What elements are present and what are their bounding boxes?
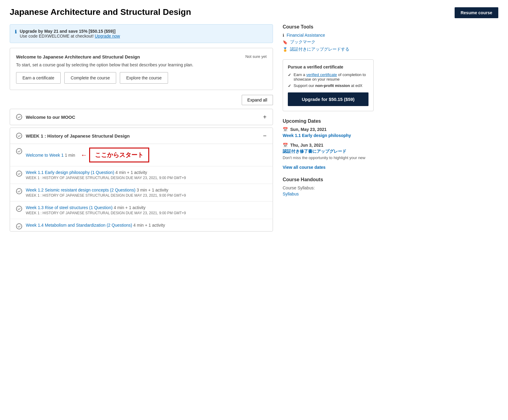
earn-certificate-button[interactable]: Earn a certificate <box>16 72 61 84</box>
medal-tool-icon: 🏅 <box>283 47 288 52</box>
cert-checklist: ✓ Earn a verified certificate of complet… <box>288 72 368 88</box>
calendar-icon-2: 📅 <box>283 143 288 148</box>
tool-financial-assistance: ℹ Financial Assistance <box>283 33 374 38</box>
item-title-week1-2[interactable]: Week 1.2 Seismic resistant design concep… <box>26 188 267 192</box>
item-title-week1-1[interactable]: Week 1.1 Early design philosophy (1 Ques… <box>26 170 267 175</box>
section-welcome-mooc-header[interactable]: Welcome to our MOOC + <box>10 109 273 125</box>
upgrade-for-button[interactable]: Upgrade for $50.15 ($59) <box>288 92 368 106</box>
resume-course-button[interactable]: Resume course <box>455 7 498 18</box>
sidebar-course-tools: Course Tools ℹ Financial Assistance 🔖 ブッ… <box>283 24 374 52</box>
cert-checklist-item-1: ✓ Earn a verified certificate of complet… <box>288 72 368 82</box>
welcome-card-header: Welcome to Japanese Architecture and Str… <box>16 54 267 59</box>
expand-all-button[interactable]: Expand all <box>242 95 273 105</box>
handout-label: Course Syllabus: <box>283 185 374 190</box>
section-week1-toggle-icon: − <box>263 133 267 139</box>
tool-upgrade-cert: 🏅 認証付きにアップグレードする <box>283 47 374 52</box>
financial-assistance-link[interactable]: Financial Assistance <box>287 33 325 38</box>
checkmark-icon-2: ✓ <box>288 84 291 88</box>
welcome-card-title: Welcome to Japanese Architecture and Str… <box>16 54 140 59</box>
section-welcome-mooc: Welcome to our MOOC + <box>10 109 273 125</box>
upcoming-date-link-1[interactable]: Week 1.1 Early design philosophy <box>283 133 374 138</box>
upcoming-date-item-1: 📅 Sun, May 23, 2021 Week 1.1 Early desig… <box>283 127 374 138</box>
upgrade-cert-link[interactable]: 認証付きにアップグレードする <box>290 47 349 52</box>
section-week1-title: WEEK 1 : History of Japanese Structural … <box>26 133 130 138</box>
info-icon: ℹ <box>15 29 17 35</box>
item-meta: 1 min <box>65 153 75 158</box>
course-item-week1-3: Week 1.3 Rise of steel structures (1 Que… <box>10 202 273 219</box>
course-item-week1-2: Week 1.2 Seismic resistant design concep… <box>10 184 273 202</box>
info-tool-icon: ℹ <box>283 33 284 38</box>
item-check-icon <box>16 223 22 229</box>
calendar-icon-1: 📅 <box>283 127 288 132</box>
sidebar: Course Tools ℹ Financial Assistance 🔖 ブッ… <box>283 24 374 234</box>
view-all-dates-link[interactable]: View all course dates <box>283 165 374 170</box>
section-title: Welcome to our MOOC <box>26 115 75 120</box>
main-content: ℹ Upgrade by May 21 and save 15% [$50.15… <box>10 24 273 234</box>
certificate-card: Pursue a verified certificate ✓ Earn a v… <box>283 59 374 111</box>
complete-course-button[interactable]: Complete the course <box>64 72 116 84</box>
section-toggle-icon: + <box>263 114 267 120</box>
sidebar-handouts: Course Handouts Course Syllabus: Syllabu… <box>283 177 374 196</box>
non-profit-text: non-profit mission <box>315 83 350 88</box>
checkmark-icon-1: ✓ <box>288 73 291 77</box>
item-title-welcome-week1[interactable]: Welcome to Week 1 1 min <box>26 153 75 158</box>
section-week1-header[interactable]: WEEK 1 : History of Japanese Structural … <box>10 128 273 144</box>
item-meta-1: 4 min + 1 activity <box>115 170 147 175</box>
item-meta-4: 4 min + 1 activity <box>133 223 165 228</box>
upcoming-dates-title: Upcoming Dates <box>283 118 374 124</box>
section-week1-header-left: WEEK 1 : History of Japanese Structural … <box>16 133 130 139</box>
course-item-week1-1: Week 1.1 Early design philosophy (1 Ques… <box>10 166 273 184</box>
upcoming-date-desc-2: Don't miss the opportunity to highlight … <box>283 155 374 160</box>
item-meta-2: 3 min + 1 activity <box>136 188 168 192</box>
item-meta-3: 4 min + 1 activity <box>114 205 146 210</box>
course-tools-list: ℹ Financial Assistance 🔖 ブックマーク 🏅 認証付きにア… <box>283 33 374 52</box>
bookmark-tool-icon: 🔖 <box>283 40 288 45</box>
explore-course-button[interactable]: Explore the course <box>120 72 168 84</box>
cert-item-text-2: Support our non-profit mission at edX <box>294 83 362 88</box>
item-due-3: WEEK 1 : History of Japanese Structural … <box>26 211 267 215</box>
course-tools-title: Course Tools <box>283 24 374 30</box>
section-check-circle <box>16 114 22 120</box>
sidebar-upcoming-dates: Upcoming Dates 📅 Sun, May 23, 2021 Week … <box>283 118 374 170</box>
item-title-week1-4[interactable]: Week 1.4 Metabolism and Standardization … <box>26 223 267 228</box>
item-title-week1-3[interactable]: Week 1.3 Rise of steel structures (1 Que… <box>26 205 267 210</box>
section-week1-check-circle <box>16 133 22 139</box>
upcoming-date-header-1: 📅 Sun, May 23, 2021 <box>283 127 374 132</box>
item-check-icon <box>16 188 22 194</box>
upcoming-date-item-2: 📅 Thu, Jun 3, 2021 認証付き修了書にアップグレード Don't… <box>283 143 374 160</box>
welcome-card: Welcome to Japanese Architecture and Str… <box>10 48 273 90</box>
welcome-card-description: To start, set a course goal by selecting… <box>16 62 267 67</box>
annotation-box: ここからスタート <box>89 148 149 162</box>
item-check-icon <box>16 171 22 177</box>
verified-cert-link[interactable]: verified certificate <box>306 72 337 77</box>
tool-bookmark: 🔖 ブックマーク <box>283 39 374 45</box>
item-due-2: WEEK 1 : History of Japanese Structural … <box>26 193 267 198</box>
certificate-card-title: Pursue a verified certificate <box>288 65 368 69</box>
course-item-week1-4: Week 1.4 Metabolism and Standardization … <box>10 219 273 231</box>
item-check-icon <box>16 148 22 154</box>
not-sure-link[interactable]: Not sure yet <box>245 54 267 59</box>
syllabus-link[interactable]: Syllabus <box>283 192 299 196</box>
page-title: Japanese Architecture and Structural Des… <box>10 7 191 17</box>
upgrade-now-link[interactable]: Upgrade now <box>95 34 120 38</box>
cert-item-text-1: Earn a verified certificate of completio… <box>294 72 368 82</box>
handouts-title: Course Handouts <box>283 177 374 182</box>
section-header-left: Welcome to our MOOC <box>16 114 75 120</box>
upcoming-date-1: Sun, May 23, 2021 <box>290 127 327 132</box>
expand-row: Expand all <box>10 95 273 105</box>
annotation-arrow: ← <box>81 151 87 159</box>
item-check-icon <box>16 206 22 212</box>
item-due-1: WEEK 1 : History of Japanese Structural … <box>26 176 267 180</box>
section-week1: WEEK 1 : History of Japanese Structural … <box>10 128 273 232</box>
banner-normal-text: Use code EDXWELCOME at checkout! <box>20 34 94 38</box>
bookmark-link[interactable]: ブックマーク <box>290 39 315 45</box>
goal-buttons: Earn a certificate Complete the course E… <box>16 72 267 84</box>
week1-items: Welcome to Week 1 1 min ← ここからスタート <box>10 144 273 231</box>
course-item-welcome-week1: Welcome to Week 1 1 min ← ここからスタート <box>10 144 273 166</box>
upcoming-date-link-2[interactable]: 認証付き修了書にアップグレード <box>283 149 374 154</box>
banner-text: Upgrade by May 21 and save 15% [$50.15 (… <box>20 29 120 38</box>
upcoming-date-header-2: 📅 Thu, Jun 3, 2021 <box>283 143 374 148</box>
banner-strong-text: Upgrade by May 21 and save 15% [$50.15 (… <box>20 29 116 34</box>
upcoming-date-2: Thu, Jun 3, 2021 <box>290 143 323 148</box>
upgrade-banner: ℹ Upgrade by May 21 and save 15% [$50.15… <box>10 24 273 43</box>
